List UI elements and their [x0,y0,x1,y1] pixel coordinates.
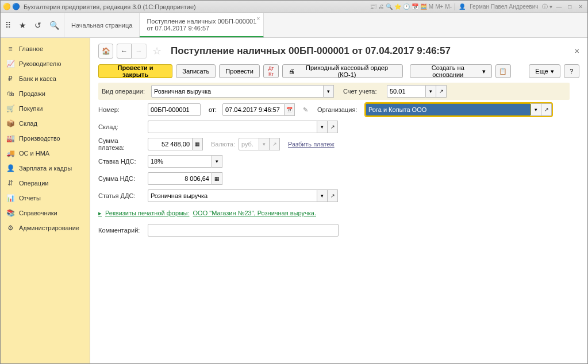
dropdown-icon[interactable]: ▾ [531,103,541,116]
dropdown-icon[interactable]: ▾ [317,189,328,202]
comment-input[interactable] [148,224,339,237]
apps-icon[interactable]: ⠿ [5,21,11,30]
pay-sum-input[interactable]: 52 488,00 [148,138,193,150]
tab-close-icon[interactable]: × [256,16,260,22]
sidebar-item-production[interactable]: 🏭Производство [1,131,90,146]
mem-btn[interactable]: M- [445,3,452,10]
toolbar: Провести и закрыть Записать Провести ДтК… [98,64,579,78]
label-currency: Валюта: [211,141,239,148]
post-and-close-button[interactable]: Провести и закрыть [98,64,172,78]
open-icon[interactable]: ↗ [541,103,552,116]
dropdown-icon[interactable]: ▾ [549,3,552,10]
report-icon: 📊 [6,194,14,202]
sidebar-item-sales[interactable]: 🛍Продажи [1,86,90,101]
dropdown-icon[interactable]: ▾ [212,155,222,168]
sidebar-item-label: Производство [19,135,60,142]
post-button[interactable]: Провести [219,64,260,78]
sidebar-item-admin[interactable]: ⚙Администрирование [1,220,90,235]
sidebar-item-reports[interactable]: 📊Отчеты [1,191,90,206]
dds-input[interactable]: Розничная выручка [148,189,317,202]
tab-label-line1: Поступление наличных 00БП-000001 [147,18,256,25]
sidebar-item-references[interactable]: 📚Справочники [1,206,90,220]
vat-rate-input[interactable]: 18% [148,155,212,168]
tab-label: Начальная страница [71,22,132,29]
user-name: Герман Павел Андреевич [470,3,538,10]
home-icon: ≡ [6,45,14,53]
minimize-button[interactable]: — [554,3,563,10]
account-input[interactable]: 50.01 [387,85,426,98]
manual-edit-icon[interactable]: ✎ [303,106,308,114]
forward-button[interactable]: → [132,44,147,59]
sidebar-item-payroll[interactable]: 👤Зарплата и кадры [1,161,90,176]
op-type-input[interactable]: Розничная выручка [151,85,324,98]
vat-sum-input[interactable]: 8 006,64 [148,172,212,185]
favorite-star-icon[interactable]: ☆ [152,45,162,57]
print-pko-button[interactable]: 🖨Приходный кассовый ордер (КО-1) [282,64,403,78]
dropdown-icon[interactable]: ▾ [317,121,328,133]
sidebar-item-operations[interactable]: ⇵Операции [1,176,90,191]
tb-tool-icon[interactable]: 🧮 [420,3,427,10]
print-requisites-link[interactable]: ▸ Реквизиты печатной формы: ООО "Магазин… [98,210,316,217]
history-icon[interactable]: ↺ [34,21,41,30]
more-button[interactable]: Еще ▾ [529,64,560,78]
sidebar-item-purchases[interactable]: 🛒Покупки [1,101,90,116]
calculator-icon[interactable]: ▦ [212,172,222,185]
tb-tool-icon[interactable]: 🕐 [403,3,410,10]
back-button[interactable]: ← [117,44,132,59]
search-icon[interactable]: 🔍 [49,21,59,30]
sidebar-item-manager[interactable]: 📈Руководителю [1,56,90,71]
warehouse-input[interactable] [148,121,317,133]
chart-icon: 📈 [6,60,14,68]
app-icon-2: 🔵 [12,3,20,11]
tb-tool-icon[interactable]: 🖨 [378,3,384,10]
sidebar-item-label: ОС и НМА [19,150,49,157]
tb-tool-icon[interactable]: ⭐ [394,3,401,10]
titlebar: 🟡 🔵 Бухгалтерия предприятия, редакция 3.… [1,1,587,13]
save-button[interactable]: Записать [176,64,216,78]
movements-button[interactable]: ДтКт [263,64,279,78]
calculator-icon[interactable]: ▦ [193,138,203,150]
person-icon: 👤 [6,164,14,172]
tb-tool-icon[interactable]: 🔍 [386,3,393,10]
dropdown-icon[interactable]: ▾ [324,85,334,98]
user-icon[interactable]: 👤 [459,3,466,10]
help-button[interactable]: ? [564,64,579,78]
row-requisites: ▸ Реквизиты печатной формы: ООО "Магазин… [98,206,570,220]
tab-start-page[interactable]: Начальная страница [64,13,140,37]
row-number: Номер: 00БП-000001 от: 07.04.2017 9:46:5… [98,102,570,117]
org-input[interactable]: Рога и Копыта ООО [366,103,531,116]
close-doc-icon[interactable]: × [575,47,579,56]
split-payment-link[interactable]: Разбить платеж [288,141,335,148]
truck-icon: 🚚 [6,149,14,157]
info-icon[interactable]: ⓘ [542,3,548,11]
star-icon[interactable]: ★ [19,21,26,30]
open-icon: ↗ [270,138,280,150]
number-input[interactable]: 00БП-000001 [148,103,201,116]
dropdown-icon[interactable]: ▾ [426,85,436,98]
expand-icon: ▸ [98,210,102,217]
close-button[interactable]: ✕ [576,3,585,10]
currency-input: руб. [239,138,259,150]
create-based-button[interactable]: Создать на основании ▾ [410,64,492,78]
mem-btn[interactable]: M+ [435,3,443,10]
structure-button[interactable]: 📋 [495,64,511,78]
calendar-icon[interactable]: 📅 [285,103,295,116]
date-input[interactable]: 07.04.2017 9:46:57 [222,103,285,116]
sidebar-item-assets[interactable]: 🚚ОС и НМА [1,146,90,161]
label-account: Счет учета: [343,88,383,95]
tb-tool-icon[interactable]: 📅 [412,3,418,10]
sidebar-item-bank[interactable]: ₽Банк и касса [1,71,90,86]
label-dds: Статья ДДС: [98,192,148,199]
gear-icon: ⚙ [6,224,14,232]
maximize-button[interactable]: □ [565,3,574,10]
open-icon[interactable]: ↗ [328,121,338,133]
requisites-value: ООО "Магазин №23", Розничная выручка. [193,210,316,216]
tb-tool-icon[interactable]: 📰 [370,3,376,10]
home-button[interactable]: 🏠 [98,44,113,59]
sidebar-item-warehouse[interactable]: 📦Склад [1,116,90,131]
sidebar-item-main[interactable]: ≡Главное [1,41,90,56]
tab-document[interactable]: Поступление наличных 00БП-000001 от 07.0… [140,13,264,37]
open-icon[interactable]: ↗ [436,85,447,98]
mem-btn[interactable]: M [429,3,433,10]
open-icon[interactable]: ↗ [328,189,338,202]
